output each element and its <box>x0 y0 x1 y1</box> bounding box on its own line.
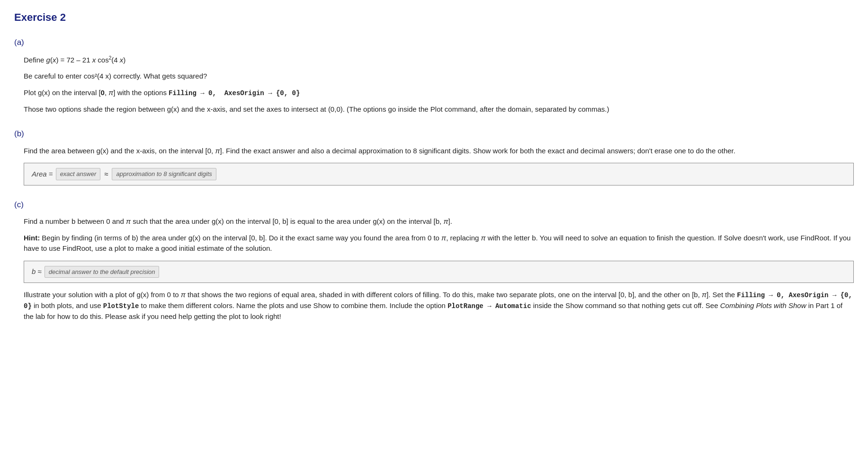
section-a: (a) Define g(x) = 72 – 21 x cos2(4 x) Be… <box>14 36 854 115</box>
section-c-content: Find a number b between 0 and π such tha… <box>14 216 854 322</box>
approx-symbol: ≈ <box>104 169 108 180</box>
section-a-content: Define g(x) = 72 – 21 x cos2(4 x) Be car… <box>14 54 854 115</box>
section-a-para4: Those two options shade the region betwe… <box>24 104 854 115</box>
section-a-para3: Plot g(x) on the interval [0, π] with th… <box>24 88 854 98</box>
section-c-label: (c) <box>14 199 854 211</box>
section-c-para1: Find a number b between 0 and π such tha… <box>24 216 854 227</box>
section-c-answer-box: b ≈ decimal answer to the default precis… <box>24 261 854 283</box>
section-a-label: (a) <box>14 36 854 49</box>
section-c-hint: Hint: Begin by finding (in terms of b) t… <box>24 233 854 254</box>
b-placeholder[interactable]: decimal answer to the default precision <box>45 266 160 278</box>
section-b: (b) Find the area between g(x) and the x… <box>14 128 854 185</box>
approx-placeholder[interactable]: approximation to 8 significant digits <box>112 168 216 180</box>
section-a-para2: Be careful to enter cos²(4 x) correctly.… <box>24 71 854 82</box>
section-b-content: Find the area between g(x) and the x-axi… <box>14 146 854 185</box>
b-label: b ≈ <box>32 266 42 277</box>
area-label: Area = <box>32 169 53 180</box>
section-b-para1: Find the area between g(x) and the x-axi… <box>24 146 854 157</box>
section-b-answer-box: Area = exact answer ≈ approximation to 8… <box>24 163 854 185</box>
exact-answer-placeholder[interactable]: exact answer <box>56 168 101 180</box>
section-b-label: (b) <box>14 128 854 140</box>
exercise-title: Exercise 2 <box>14 9 854 25</box>
section-c: (c) Find a number b between 0 and π such… <box>14 199 854 322</box>
section-c-final-para: Illustrate your solution with a plot of … <box>24 290 854 322</box>
section-a-para1: Define g(x) = 72 – 21 x cos2(4 x) <box>24 54 854 66</box>
